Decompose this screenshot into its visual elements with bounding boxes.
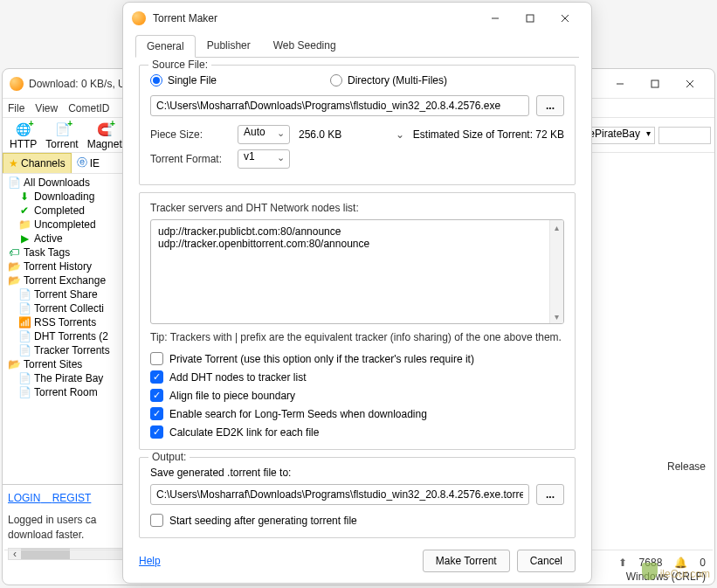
tree-torrent-history[interactable]: 📂Torrent History xyxy=(3,259,137,273)
tree-task-tags[interactable]: 🏷Task Tags xyxy=(3,246,137,259)
output-path-input[interactable] xyxy=(150,484,529,505)
tracker-list-label: Tracker servers and DHT Network nodes li… xyxy=(150,202,564,214)
checkbox-private-torrent[interactable]: Private Torrent (use this option only if… xyxy=(150,352,564,365)
piece-size-select[interactable]: Auto xyxy=(238,125,290,144)
tree-torrent-exchange[interactable]: 📂Torrent Exchange xyxy=(3,273,137,287)
torrent-button[interactable]: 📄Torrent xyxy=(42,119,81,152)
output-group: Output: Save generated .torrent file to:… xyxy=(139,457,576,538)
tree-active[interactable]: ▶Active xyxy=(3,232,137,246)
check-label: Align file to piece boundary xyxy=(169,390,295,402)
register-link[interactable]: REGIST xyxy=(52,492,92,504)
tree-tracker-torrents[interactable]: 📄Tracker Torrents xyxy=(3,343,137,357)
tree-label: Torrent Collecti xyxy=(34,302,104,315)
tree-torrent-share[interactable]: 📄Torrent Share xyxy=(3,287,137,301)
tracker-tip: Tip: Trackers with | prefix are the equi… xyxy=(150,331,564,343)
checkbox-icon xyxy=(150,425,163,439)
tree-pirate-bay[interactable]: 📄The Pirate Bay xyxy=(3,371,137,385)
tab-publisher[interactable]: Publisher xyxy=(196,34,262,57)
scroll-up-icon[interactable]: ▴ xyxy=(550,220,563,234)
tab-channels-label: Channels xyxy=(21,157,65,169)
check-icon: ✔ xyxy=(18,204,31,217)
menu-file[interactable]: File xyxy=(8,102,24,114)
source-file-group: Source File: Single File Directory (Mult… xyxy=(139,65,576,185)
check-label: Calculate ED2K link for each file xyxy=(169,426,319,439)
torrent-format-select[interactable]: v1 xyxy=(238,149,290,169)
login-link[interactable]: LOGIN xyxy=(8,492,40,504)
checkbox-ed2k[interactable]: Calculate ED2K link for each file xyxy=(150,425,564,439)
close-button[interactable] xyxy=(672,72,707,96)
tab-ie-label: IE xyxy=(90,157,100,169)
radio-dir-label: Directory (Multi-Files) xyxy=(348,74,447,86)
tree-label: DHT Torrents (2 xyxy=(34,330,108,342)
radio-single-label: Single File xyxy=(168,74,217,86)
svg-rect-1 xyxy=(652,80,658,87)
magnet-button[interactable]: 🧲Magnet xyxy=(84,119,126,152)
tracker-scrollbar[interactable]: ▴ ▾ xyxy=(549,220,563,323)
share-icon: 📄 xyxy=(18,288,31,301)
maximize-button[interactable] xyxy=(638,72,672,96)
piece-size-label: Piece Size: xyxy=(150,128,229,141)
minimize-button[interactable] xyxy=(603,72,638,96)
check-label: Private Torrent (use this option only if… xyxy=(169,353,474,365)
dialog-footer: Help Make Torrent Cancel xyxy=(123,550,591,583)
tab-ie[interactable]: ⓔIE xyxy=(72,153,105,173)
checkbox-start-seeding[interactable]: Start seeding after generating torrent f… xyxy=(150,514,564,527)
dialog-icon xyxy=(132,11,146,25)
tree-all-downloads[interactable]: 📄All Downloads xyxy=(3,176,137,190)
radio-single-file[interactable]: Single File xyxy=(150,74,217,86)
tab-web-seeding[interactable]: Web Seeding xyxy=(262,34,348,57)
app-icon xyxy=(10,77,24,91)
help-link[interactable]: Help xyxy=(139,555,416,567)
dialog-minimize-button[interactable] xyxy=(478,6,513,31)
http-label: HTTP xyxy=(10,138,37,150)
http-button[interactable]: 🌐HTTP xyxy=(6,119,40,152)
source-path-input[interactable] xyxy=(150,95,529,116)
svg-rect-5 xyxy=(527,15,534,22)
tree-label: Torrent Share xyxy=(34,288,98,301)
magnet-label: Magnet xyxy=(87,138,122,150)
star-icon: ★ xyxy=(9,157,18,169)
torrent-maker-dialog: Torrent Maker General Publisher Web Seed… xyxy=(122,2,592,584)
sidebar: ★Channels ⓔIE 📄All Downloads ⬇Downloadin… xyxy=(3,153,138,567)
active-icon: ▶ xyxy=(18,232,31,245)
browse-source-button[interactable]: ... xyxy=(536,95,564,116)
make-torrent-button[interactable]: Make Torrent xyxy=(423,550,510,572)
search-input[interactable] xyxy=(658,127,711,144)
tree-label: Completed xyxy=(34,204,85,217)
tracker-line: udp://tracker.openbittorrent.com:80/anno… xyxy=(158,238,556,250)
tree-downloading[interactable]: ⬇Downloading xyxy=(3,190,137,204)
tree-label: Downloading xyxy=(34,190,94,203)
radio-directory[interactable]: Directory (Multi-Files) xyxy=(330,74,447,86)
piece-size-value: 256.0 KB xyxy=(299,128,351,141)
exchange-icon: 📂 xyxy=(8,274,20,287)
dialog-maximize-button[interactable] xyxy=(513,6,548,31)
checkbox-add-dht[interactable]: Add DHT nodes to tracker list xyxy=(150,370,564,384)
globe-icon: 🌐 xyxy=(15,121,32,138)
cancel-button[interactable]: Cancel xyxy=(517,550,576,572)
menu-cometid[interactable]: CometID xyxy=(68,102,109,114)
chevron-down-icon[interactable]: ⌄ xyxy=(396,128,404,141)
checkbox-align-file[interactable]: Align file to piece boundary xyxy=(150,389,564,402)
tree-completed[interactable]: ✔Completed xyxy=(3,204,137,218)
tree-torrent-sites[interactable]: 📂Torrent Sites xyxy=(3,357,137,371)
tab-channels[interactable]: ★Channels xyxy=(3,153,72,173)
tree-label: Uncompleted xyxy=(34,218,96,231)
tree-torrent-collection[interactable]: 📄Torrent Collecti xyxy=(3,301,137,315)
dialog-titlebar: Torrent Maker xyxy=(123,3,591,34)
tree-label: Task Tags xyxy=(24,246,70,259)
history-icon: 📂 xyxy=(8,260,20,273)
sidebar-tree: 📄All Downloads ⬇Downloading ✔Completed 📁… xyxy=(3,174,137,484)
tab-general[interactable]: General xyxy=(135,35,196,58)
tree-dht-torrents[interactable]: 📄DHT Torrents (2 xyxy=(3,329,137,343)
tree-rss-torrents[interactable]: 📶RSS Torrents xyxy=(3,315,137,329)
tracker-textarea[interactable]: udp://tracker.publicbt.com:80/announce u… xyxy=(150,219,564,324)
tree-uncompleted[interactable]: 📁Uncompleted xyxy=(3,218,137,232)
dialog-close-button[interactable] xyxy=(548,6,583,31)
scroll-down-icon[interactable]: ▾ xyxy=(550,309,563,323)
tree-label: Active xyxy=(34,232,63,245)
checkbox-lts[interactable]: Enable search for Long-Term Seeds when d… xyxy=(150,407,564,420)
menu-view[interactable]: View xyxy=(35,102,58,114)
browse-output-button[interactable]: ... xyxy=(536,484,564,505)
rss-icon: 📶 xyxy=(18,316,31,329)
tree-torrent-room[interactable]: 📄Torrent Room xyxy=(3,385,137,399)
